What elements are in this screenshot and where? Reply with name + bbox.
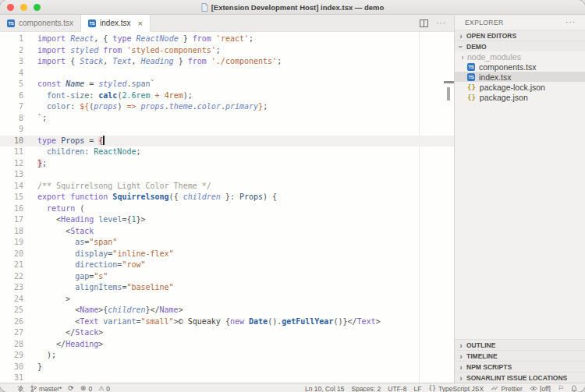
status-label: LF — [413, 385, 421, 392]
status-item-prettier[interactable]: ✓✓Prettier — [491, 385, 523, 392]
code-line[interactable]: 2import styled from 'styled-components'; — [0, 45, 454, 57]
code-text: <Stack — [37, 226, 94, 238]
code-line[interactable]: 5const Name = styled.span` — [0, 79, 454, 90]
traffic-lights — [7, 4, 41, 11]
file-item-package-lock-json[interactable]: {}package-lock.json — [455, 82, 585, 92]
status-item-lf[interactable]: LF — [413, 385, 421, 392]
status-item-sync[interactable]: ⟳ — [68, 385, 74, 392]
code-text: alignItems="baseline" — [37, 282, 174, 294]
code-line[interactable]: 27 </Stack> — [0, 327, 454, 339]
explorer-sidebar: EXPLORER ··· › OPEN EDITORS › DEMO ›node… — [455, 15, 585, 383]
status-item-spaces-2[interactable]: Spaces: 2 — [352, 385, 381, 392]
file-name: node_modules — [467, 52, 521, 62]
status-item-utf-8[interactable]: UTF-8 — [388, 385, 406, 392]
line-number: 10 — [0, 136, 23, 147]
file-item-node_modules[interactable]: ›node_modules — [455, 51, 585, 62]
section-open-editors[interactable]: › OPEN EDITORS — [455, 30, 585, 41]
code-line[interactable]: 28 </Heading> — [0, 339, 454, 351]
code-editor[interactable]: 1import React, { type ReactNode } from '… — [0, 32, 454, 383]
code-line[interactable]: 26 <Text variant="small">© Squeaky {new … — [0, 316, 454, 328]
code-line[interactable]: 3import { Stack, Text, Heading } from '.… — [0, 56, 454, 68]
code-line[interactable]: 13 — [0, 169, 454, 181]
file-tree: ›node_modulesTScomponents.tsxTSindex.tsx… — [455, 51, 585, 339]
tab-label: components.tsx — [19, 19, 73, 27]
code-text: gap="s" — [37, 271, 108, 283]
zoom-window-button[interactable] — [34, 4, 41, 11]
code-line[interactable]: 11 children: ReactNode; — [0, 147, 454, 158]
status-item-zap-off[interactable] — [17, 385, 24, 392]
code-line[interactable]: 12}; — [0, 158, 454, 170]
typescript-file-icon: TS — [467, 63, 475, 71]
status-item-0[interactable]: ⚠0 — [98, 385, 110, 392]
section-label: TIMELINE — [466, 352, 498, 360]
code-line[interactable]: 9 — [0, 124, 454, 136]
section-timeline[interactable]: ›TIMELINE — [455, 350, 585, 361]
section-npm-scripts[interactable]: ›NPM SCRIPTS — [455, 361, 585, 372]
status-item-0[interactable]: ⊗0 — [80, 385, 92, 392]
status-item-typescript-jsx[interactable]: {}TypeScript JSX — [428, 385, 484, 392]
code-line[interactable]: 21 direction="row" — [0, 260, 454, 271]
close-tab-icon[interactable]: × — [138, 19, 143, 28]
code-text: display="inline-flex" — [37, 249, 174, 260]
code-line[interactable]: 17 <Heading level={1}> — [0, 214, 454, 226]
code-line[interactable]: 31 — [0, 373, 454, 383]
editor-more-actions-icon[interactable]: ··· — [436, 19, 446, 27]
file-item-components-tsx[interactable]: TScomponents.tsx — [455, 62, 585, 72]
code-line[interactable]: 4 — [0, 68, 454, 79]
braces-icon: {} — [428, 386, 436, 392]
code-line[interactable]: 22 gap="s" — [0, 271, 454, 283]
code-line[interactable]: 23 alignItems="baseline" — [0, 282, 454, 294]
code-line[interactable]: 18 <Stack — [0, 226, 454, 238]
close-window-button[interactable] — [7, 4, 14, 11]
line-number: 4 — [0, 68, 23, 79]
code-line[interactable]: 24 > — [0, 294, 454, 305]
code-line[interactable]: 29 ); — [0, 350, 454, 362]
code-line[interactable]: 16 return ( — [0, 203, 454, 215]
flag-icon: ⚐ — [558, 385, 564, 392]
line-number: 7 — [0, 101, 23, 113]
status-item-flag[interactable]: ⚐ — [558, 385, 564, 392]
line-number: 29 — [0, 350, 23, 362]
section-outline[interactable]: ›OUTLINE — [455, 339, 585, 350]
code-line[interactable]: 6 font-size: calc(2.6rem + 4rem); — [0, 90, 454, 102]
chevron-right-icon: › — [458, 373, 464, 383]
code-line[interactable]: 14/** Squirrelsong Light Color Theme */ — [0, 181, 454, 192]
status-item-ln-10-col-15[interactable]: Ln 10, Col 15 — [305, 385, 345, 392]
code-line[interactable]: 20 display="inline-flex" — [0, 249, 454, 260]
explorer-more-actions-icon[interactable]: ··· — [566, 18, 576, 26]
tab-components-tsx[interactable]: TScomponents.tsx — [0, 15, 81, 31]
line-number: 19 — [0, 237, 23, 249]
sync-icon: ⟳ — [68, 385, 74, 392]
minimize-window-button[interactable] — [20, 4, 27, 11]
file-item-index-tsx[interactable]: TSindex.tsx — [455, 72, 585, 82]
file-name: package-lock.json — [480, 83, 545, 92]
line-number: 26 — [0, 316, 23, 328]
section-sonarlint-issue-locations[interactable]: ›SONARLINT ISSUE LOCATIONS — [455, 372, 585, 383]
code-line[interactable]: 30} — [0, 362, 454, 373]
section-label: SONARLINT ISSUE LOCATIONS — [466, 374, 567, 382]
split-editor-icon[interactable] — [420, 19, 428, 27]
code-text: } — [37, 362, 42, 373]
line-number: 3 — [0, 56, 23, 68]
code-line[interactable]: 7 color: ${(props) => props.theme.color.… — [0, 101, 454, 113]
typescript-file-icon: TS — [7, 19, 15, 27]
eye-icon — [530, 386, 537, 391]
code-line[interactable]: 10type Props = { — [0, 136, 454, 147]
tab-index-tsx[interactable]: TSindex.tsx× — [81, 15, 151, 32]
code-line[interactable]: 15export function Squirrelsong({ childre… — [0, 192, 454, 203]
code-line[interactable]: 8`; — [0, 113, 454, 125]
code-text: color: ${(props) => props.theme.color.pr… — [37, 101, 268, 113]
file-item-package-json[interactable]: {}package.json — [455, 92, 585, 102]
chevron-right-icon: › — [459, 52, 466, 62]
code-line[interactable]: 25 <Name>{children}</Name> — [0, 305, 454, 316]
code-line[interactable]: 19 as="span" — [0, 237, 454, 249]
code-text: const Name = styled.span` — [37, 79, 155, 90]
code-text: direction="row" — [37, 260, 146, 271]
status-item-master-[interactable]: master* — [30, 385, 62, 392]
code-line[interactable]: 1import React, { type ReactNode } from '… — [0, 34, 454, 45]
line-number: 23 — [0, 282, 23, 294]
status-item--off-[interactable]: [off] — [530, 385, 551, 392]
section-label: NPM SCRIPTS — [466, 363, 512, 371]
section-demo[interactable]: › DEMO — [455, 41, 585, 51]
status-item-bell[interactable] — [571, 385, 577, 392]
